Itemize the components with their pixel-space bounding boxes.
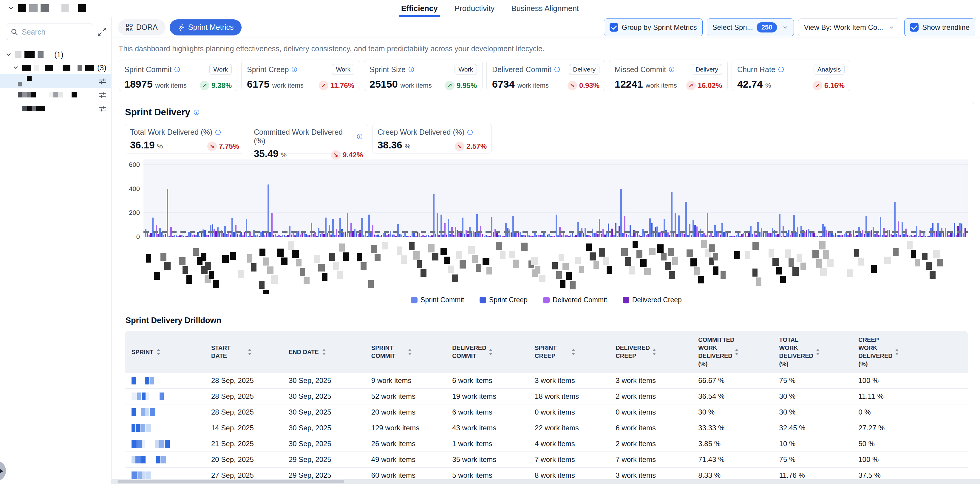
table-cell: 27.27 % — [855, 420, 968, 436]
column-header-end-date[interactable]: END DATE — [285, 331, 368, 373]
metric-card: Sprint SizeWork25150work items↗9.95% — [364, 60, 482, 91]
table-body: 28 Sep, 202530 Sep, 20259 work items6 wo… — [125, 373, 968, 484]
search-icon — [10, 28, 18, 36]
chevron-down-icon — [782, 24, 788, 30]
sidebar-collapse-button[interactable] — [0, 460, 6, 481]
table-cell: 32.45 % — [776, 420, 855, 436]
tree-leaf-selected[interactable] — [0, 74, 111, 88]
table-row[interactable]: 20 Sep, 202529 Sep, 202549 work items35 … — [125, 452, 968, 468]
metric-card-title: Sprint Commit — [124, 65, 172, 74]
sort-icon[interactable] — [248, 348, 252, 355]
column-header-creep-work-delivered[interactable]: CREEP WORK DELIVERED (%) — [855, 331, 968, 373]
tab-efficiency[interactable]: Efficiency — [401, 0, 438, 17]
table-cell: 30 Sep, 2025 — [285, 373, 368, 389]
table-cell: 22 work items — [531, 420, 612, 436]
info-icon[interactable] — [356, 133, 363, 140]
sprint-name-redacted — [125, 452, 208, 468]
metric-card-title: Churn Rate — [737, 65, 775, 74]
info-icon[interactable] — [778, 66, 784, 73]
column-header-sprint[interactable]: SPRINT — [125, 331, 208, 373]
tree-root-item[interactable]: (1) — [0, 48, 111, 61]
trend-arrow-icon: ↗ — [686, 81, 696, 90]
table-cell: 33.33 % — [695, 420, 775, 436]
column-header-sprint-creep[interactable]: SPRINT CREEP — [531, 331, 612, 373]
info-icon[interactable] — [193, 109, 200, 116]
table-row[interactable]: 28 Sep, 202530 Sep, 202552 work items19 … — [125, 389, 968, 405]
legend-label: Sprint Commit — [420, 296, 464, 304]
metric-value: 6175 — [247, 78, 270, 90]
delivery-change-value: 2.57% — [466, 142, 487, 151]
scrollbar-thumb[interactable] — [118, 480, 344, 483]
column-header-delivered-commit[interactable]: DELIVERED COMMIT — [449, 331, 531, 373]
metric-value: 42.74 — [737, 78, 763, 90]
column-header-start-date[interactable]: START DATE — [208, 331, 285, 373]
sort-icon[interactable] — [735, 348, 739, 355]
select-sprints-dropdown[interactable]: Select Spri... 250 — [707, 19, 794, 36]
sort-icon[interactable] — [488, 348, 493, 355]
info-icon[interactable] — [215, 129, 221, 136]
checkbox-checked-icon[interactable] — [609, 23, 618, 32]
sort-icon[interactable] — [652, 348, 656, 355]
group-by-sprint-metrics-checkbox[interactable]: Group by Sprint Metrics — [604, 19, 703, 36]
workspace-switcher[interactable] — [7, 4, 86, 12]
filter-sliders-icon[interactable] — [98, 104, 107, 113]
delivery-card-value: 36.19 — [130, 140, 155, 151]
table-cell: 26 work items — [368, 436, 449, 452]
info-icon[interactable] — [554, 66, 560, 73]
tab-productivity[interactable]: Productivity — [455, 0, 495, 17]
sort-icon[interactable] — [408, 348, 412, 355]
column-header-delivered-creep[interactable]: DELIVERED CREEP — [612, 331, 695, 373]
info-icon[interactable] — [467, 129, 473, 136]
view-by-dropdown[interactable]: View By: Work Item Co... — [798, 19, 900, 36]
delivery-card-title: Total Work Delivered (%) — [130, 128, 212, 136]
table-row[interactable]: 28 Sep, 202530 Sep, 20259 work items6 wo… — [125, 373, 968, 389]
info-icon[interactable] — [668, 66, 675, 73]
metric-change-value: 9.38% — [212, 81, 232, 90]
runner-icon — [177, 24, 185, 31]
sort-icon[interactable] — [895, 348, 899, 355]
filter-sliders-icon[interactable] — [98, 90, 107, 99]
legend-item[interactable]: Sprint Commit — [411, 296, 464, 304]
column-header-total-work-delivered[interactable]: TOTAL WORK DELIVERED (%) — [776, 331, 855, 373]
table-row[interactable]: 28 Sep, 202530 Sep, 202520 work items6 w… — [125, 405, 968, 420]
search-input[interactable] — [22, 28, 89, 36]
legend-item[interactable]: Delivered Creep — [623, 296, 682, 304]
top-bar: Efficiency Productivity Business Alignme… — [0, 0, 980, 17]
table-cell: 30 % — [776, 405, 855, 420]
metric-unit: work items — [401, 82, 432, 89]
horizontal-scrollbar[interactable] — [111, 479, 980, 484]
tree-group-item[interactable]: (3) — [0, 61, 111, 74]
column-header-committed-work-delivered[interactable]: COMMITTED WORK DELIVERED (%) — [695, 331, 775, 373]
expand-panel-icon[interactable] — [97, 27, 107, 37]
legend-item[interactable]: Sprint Creep — [480, 296, 528, 304]
tab-business-alignment[interactable]: Business Alignment — [511, 0, 579, 17]
dora-toggle-button[interactable]: DORA DORA — [118, 19, 165, 35]
tree-leaf[interactable] — [0, 88, 111, 102]
info-icon[interactable] — [174, 66, 180, 73]
tree-leaf[interactable] — [0, 102, 111, 115]
info-icon[interactable] — [291, 66, 298, 73]
checkbox-checked-icon[interactable] — [910, 23, 919, 32]
table-row[interactable]: 14 Sep, 202530 Sep, 2025129 work items43… — [125, 420, 968, 436]
filter-sliders-icon[interactable] — [98, 76, 107, 86]
chart-y-axis: 0200400600 — [125, 159, 143, 237]
table-cell: 2 work items — [612, 436, 695, 452]
table-cell: 75 % — [776, 452, 855, 468]
table-cell: 50 % — [855, 436, 968, 452]
sort-icon[interactable] — [571, 348, 576, 355]
info-icon[interactable] — [408, 66, 415, 73]
column-header-sprint-commit[interactable]: SPRINT COMMIT — [368, 331, 449, 373]
table-row[interactable]: 21 Sep, 202530 Sep, 202526 work items1 w… — [125, 436, 968, 452]
show-trendline-checkbox[interactable]: Show trendline — [904, 19, 975, 36]
legend-item[interactable]: Delivered Commit — [543, 296, 607, 304]
sprint-metrics-toggle-button[interactable]: Sprint Metrics — [170, 19, 242, 35]
metric-value: 25150 — [369, 78, 398, 90]
redacted-leaf-label — [53, 92, 58, 97]
table-cell: 100 % — [855, 452, 968, 468]
sprint-delivery-panel: Sprint Delivery Total Work Delivered (%)… — [119, 101, 974, 484]
sort-icon[interactable] — [816, 348, 820, 355]
sort-icon[interactable] — [322, 348, 326, 355]
redacted-leaf-label — [27, 92, 31, 97]
trendline — [143, 231, 968, 233]
sort-icon[interactable] — [156, 348, 161, 355]
